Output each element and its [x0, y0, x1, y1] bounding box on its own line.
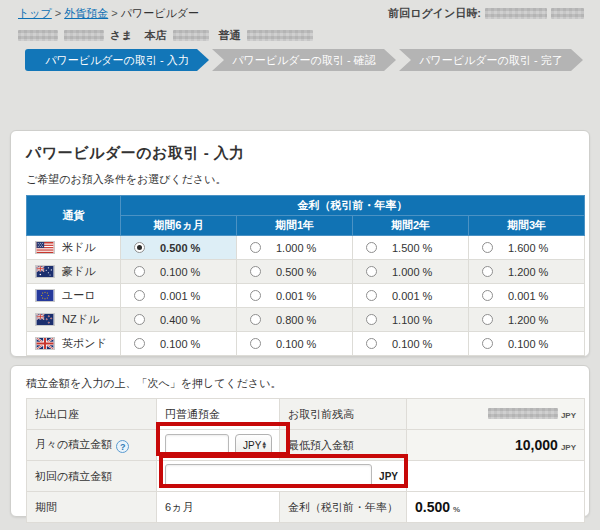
empty-cell — [407, 461, 585, 492]
rates-instruction: ご希望のお預入条件をお選びください。 — [11, 163, 589, 187]
balance-label: お取引前残高 — [280, 399, 407, 430]
rate-cell: 0.500 % — [121, 236, 237, 260]
rate-value: 0.800 % — [276, 314, 316, 326]
currency-select[interactable]: JPY ▲▼ — [235, 434, 272, 456]
rate-value: 1.600 % — [508, 242, 548, 254]
table-row: 払出口座 円普通預金 お取引前残高 JPY — [27, 399, 585, 430]
rate-value: 0.100 % — [392, 338, 432, 350]
rate-radio-button[interactable] — [134, 314, 145, 325]
period-value: 6ヵ月 — [157, 492, 280, 523]
rate-value: 0.100 % — [508, 338, 548, 350]
table-row: 初回の積立金額 JPY — [27, 461, 585, 492]
min-deposit-label: 最低預入金額 — [280, 430, 407, 461]
step-complete: パワービルダーの取引 - 完了 — [399, 49, 583, 71]
amount-instruction: 積立金額を入力の上、「次へ」を押してください。 — [11, 366, 589, 391]
period-header-2y: 期間2年 — [353, 216, 469, 236]
rate-value: 0.500 — [415, 499, 450, 515]
rate-radio-button[interactable] — [250, 266, 261, 277]
rates-table-row: 英ポンド0.100 %0.100 %0.100 %0.100 % — [27, 332, 585, 356]
user-info-line: さま 本店 普通 — [18, 28, 313, 43]
rate-radio-button[interactable] — [250, 314, 261, 325]
initial-amount-input[interactable] — [165, 464, 372, 488]
currency-name: NZドル — [62, 312, 99, 327]
amount-form-card: 積立金額を入力の上、「次へ」を押してください。 払出口座 円普通預金 お取引前残… — [10, 365, 590, 517]
rate-value: 0.001 % — [276, 290, 316, 302]
period-label: 期間 — [27, 492, 157, 523]
rate-radio-button[interactable] — [250, 338, 261, 349]
balance-currency-unit: JPY — [561, 411, 576, 420]
currency-name: ユーロ — [62, 288, 96, 303]
currency-name: 英ポンド — [62, 336, 107, 351]
rate-unit: % — [453, 505, 460, 514]
rate-group-header: 金利（税引前・年率） — [121, 196, 585, 216]
breadcrumb-current: パワービルダー — [121, 7, 199, 19]
currency-cell: 英ポンド — [27, 332, 121, 356]
monthly-amount-label: 月々の積立金額 — [35, 438, 112, 450]
breadcrumb-link-gaika[interactable]: 外貨預金 — [64, 7, 108, 19]
rate-value: 0.001 % — [392, 290, 432, 302]
rate-value: 0.500 % — [276, 266, 316, 278]
branch-number-redacted — [173, 30, 209, 41]
rate-cell: 0.100 % — [353, 332, 469, 356]
rate-cell: 0.001 % — [237, 284, 353, 308]
rate-radio-button[interactable] — [134, 242, 145, 253]
min-deposit-value: 10,000 — [515, 437, 558, 453]
rate-radio-button[interactable] — [134, 266, 145, 277]
monthly-amount-label-cell: 月々の積立金額? — [27, 430, 157, 461]
payout-account-value: 円普通預金 — [157, 399, 280, 430]
rate-radio-button[interactable] — [366, 242, 377, 253]
rate-value: 1.100 % — [392, 314, 432, 326]
rate-radio-button[interactable] — [366, 314, 377, 325]
initial-amount-label: 初回の積立金額 — [27, 461, 157, 492]
rate-cell: 0.100 % — [121, 260, 237, 284]
step-input: パワービルダーの取引 - 入力 — [25, 49, 209, 71]
account-number-redacted — [247, 30, 313, 41]
table-row: 月々の積立金額? JPY ▲▼ 最低預入金額 10,000JPY — [27, 430, 585, 461]
gb-flag-icon — [35, 337, 55, 350]
rate-radio-button[interactable] — [134, 290, 145, 301]
rate-value: 0.100 % — [160, 266, 200, 278]
breadcrumb-link-top[interactable]: トップ — [18, 7, 52, 19]
rate-radio-button[interactable] — [482, 290, 493, 301]
currency-cell: ユーロ — [27, 284, 121, 308]
user-firstname-redacted — [64, 30, 104, 41]
us-flag-icon — [35, 241, 55, 254]
rate-value: 0.100 % — [160, 338, 200, 350]
rate-value: 0.100 % — [276, 338, 316, 350]
rate-value: 1.000 % — [276, 242, 316, 254]
rate-radio-button[interactable] — [134, 338, 145, 349]
rate-cell: 0.400 % — [121, 308, 237, 332]
monthly-amount-input[interactable] — [165, 434, 229, 456]
user-name-suffix: さま — [110, 28, 133, 43]
balance-amount-redacted — [488, 408, 558, 419]
rate-radio-button[interactable] — [482, 314, 493, 325]
table-row: 期間 6ヵ月 金利（税引前・年率） 0.500% — [27, 492, 585, 523]
rate-value: 0.500 % — [160, 242, 200, 254]
rate-radio-button[interactable] — [366, 290, 377, 301]
rate-value: 1.500 % — [392, 242, 432, 254]
rate-radio-button[interactable] — [366, 338, 377, 349]
amount-form-table: 払出口座 円普通預金 お取引前残高 JPY 月々の積立金額? JPY ▲▼ — [26, 398, 585, 523]
monthly-amount-cell: JPY ▲▼ — [157, 430, 280, 461]
payout-account-label: 払出口座 — [27, 399, 157, 430]
rate-radio-button[interactable] — [250, 290, 261, 301]
rate-radio-button[interactable] — [482, 266, 493, 277]
rate-cell: 0.800 % — [237, 308, 353, 332]
au-flag-icon — [35, 265, 55, 278]
rate-radio-button[interactable] — [482, 242, 493, 253]
rates-table-row: 米ドル0.500 %1.000 %1.500 %1.600 % — [27, 236, 585, 260]
help-icon[interactable]: ? — [116, 440, 129, 453]
period-header-6m: 期間6ヵ月 — [121, 216, 237, 236]
rate-radio-button[interactable] — [250, 242, 261, 253]
rate-cell: 0.001 % — [353, 284, 469, 308]
rate-radio-button[interactable] — [482, 338, 493, 349]
rate-cell: 1.200 % — [469, 260, 585, 284]
rate-value: 1.200 % — [508, 314, 548, 326]
last-login-label: 前回ログイン日時: — [388, 6, 481, 21]
rate-cell: 0.100 % — [469, 332, 585, 356]
rate-cell: 1.200 % — [469, 308, 585, 332]
rate-radio-button[interactable] — [366, 266, 377, 277]
step-confirm: パワービルダーの取引 - 確認 — [212, 49, 396, 71]
last-login-date-redacted — [485, 8, 547, 19]
rates-table-row: ユーロ0.001 %0.001 %0.001 %0.001 % — [27, 284, 585, 308]
